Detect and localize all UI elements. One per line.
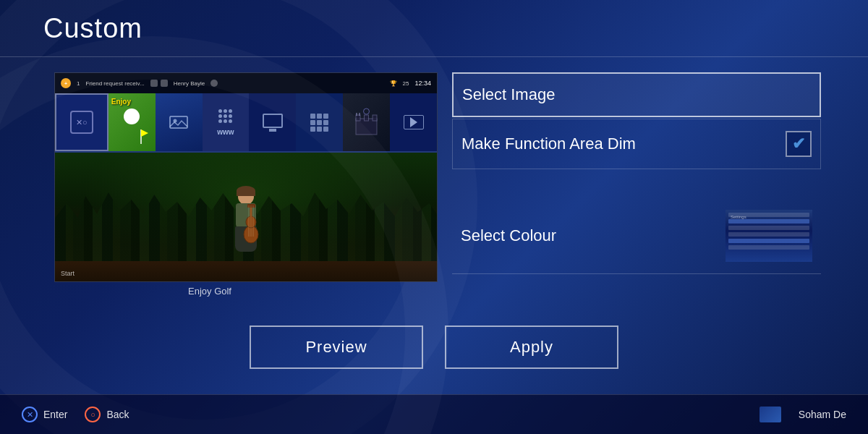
right-options-panel: Select Image Make Function Area Dim ✔ Se… <box>452 72 821 274</box>
preview-button[interactable]: Preview <box>250 326 423 369</box>
make-dim-row[interactable]: Make Function Area Dim ✔ <box>452 119 821 169</box>
select-image-label: Select Image <box>462 85 811 104</box>
ps-plus-icon: + <box>61 78 71 88</box>
play-icon <box>410 117 417 127</box>
ps4-game-gallery[interactable] <box>156 93 203 151</box>
circle-icon: ○ <box>85 407 101 422</box>
ps4-notification-count: 1 <box>77 80 80 87</box>
start-label: Start <box>61 270 75 277</box>
top-divider <box>0 56 868 57</box>
svg-marker-1 <box>141 129 148 137</box>
select-image-row[interactable]: Select Image <box>452 72 821 117</box>
enter-label: Enter <box>43 409 67 420</box>
ps4-game-golf[interactable]: Enjoy <box>109 93 156 151</box>
svg-point-10 <box>364 109 370 114</box>
checkbox-checkmark: ✔ <box>792 135 805 153</box>
ps4-topbar: + 1 Friend request receiv... Henry Bayle… <box>55 73 437 93</box>
ps4-xo-symbol: ✕○ <box>70 111 93 134</box>
cross-icon: ✕ <box>22 407 38 422</box>
ps4-trophy-count: 25 <box>403 80 409 87</box>
preview-panel: + 1 Friend request receiv... Henry Bayle… <box>54 72 438 282</box>
svg-rect-9 <box>359 113 360 116</box>
apps-grid-icon <box>310 114 328 132</box>
user-name: Soham De <box>799 409 846 420</box>
golf-enjoy-text: Enjoy <box>111 98 131 106</box>
ps4-controller-icon <box>150 80 158 87</box>
svg-rect-5 <box>356 115 360 121</box>
ground-area <box>55 261 437 282</box>
apply-button[interactable]: Apply <box>445 326 618 369</box>
make-dim-label: Make Function Area Dim <box>461 135 786 153</box>
monitor-stand <box>269 129 276 132</box>
circle-symbol: ○ <box>90 410 95 419</box>
ps4-refresh-icon <box>161 80 168 87</box>
golf-ball-icon <box>124 109 140 124</box>
thumb-line-5 <box>728 239 809 243</box>
monitor-icon <box>263 114 283 128</box>
select-colour-row[interactable]: Select Colour Settings <box>452 198 821 274</box>
bottom-buttons: Preview Apply <box>250 326 618 369</box>
ps4-notification-text: Friend request receiv... <box>85 80 144 87</box>
ps4-username: Henry Bayle <box>174 80 205 87</box>
guitar-icon <box>239 202 264 245</box>
back-label: Back <box>106 409 129 420</box>
colour-thumbnail: Settings <box>726 210 812 262</box>
thumb-line-6 <box>728 245 809 250</box>
ps4-game-tv[interactable] <box>249 93 296 151</box>
character-figure <box>217 189 275 268</box>
thumb-line-2 <box>728 219 809 224</box>
ps4-games-row: ✕○ Enjoy <box>55 93 437 153</box>
bottom-bar: ✕ Enter ○ Back Soham De <box>0 394 868 434</box>
ps4-home-icon[interactable]: ✕○ <box>55 93 109 151</box>
back-control: ○ Back <box>85 407 129 422</box>
make-dim-checkbox[interactable]: ✔ <box>786 131 812 157</box>
www-text: www <box>217 128 234 136</box>
gallery-icon <box>169 114 189 131</box>
ps4-avatar-small <box>210 80 218 87</box>
ps4-time: 12:34 <box>414 80 431 87</box>
thumb-line-4 <box>728 232 809 237</box>
svg-rect-7 <box>373 115 377 121</box>
ps4-game-castle[interactable] <box>343 93 390 151</box>
ps4-game-www[interactable]: www <box>203 93 250 151</box>
thumb-settings-text: Settings <box>731 215 746 219</box>
select-colour-label: Select Colour <box>461 226 726 245</box>
ps4-trophy-icon: 🏆 <box>390 80 397 87</box>
thumb-line-3 <box>728 226 809 230</box>
svg-rect-14 <box>247 204 255 208</box>
svg-rect-2 <box>170 116 187 128</box>
ps4-game-apps[interactable] <box>296 93 343 151</box>
colour-thumb-ui: Settings <box>728 213 809 259</box>
ps4-background-scene: Start <box>55 153 437 282</box>
enter-control: ✕ Enter <box>22 407 67 422</box>
enjoy-golf-label: Enjoy Golf <box>188 286 231 297</box>
www-dots <box>218 109 232 123</box>
ps4-icon-group <box>150 80 168 87</box>
video-frame-icon <box>404 115 424 129</box>
char-hair <box>237 186 255 196</box>
ps4-game-video[interactable] <box>390 93 437 151</box>
user-avatar-thumb <box>760 407 781 422</box>
cross-symbol: ✕ <box>27 410 33 420</box>
golf-flag-icon <box>138 128 150 145</box>
castle-icon <box>354 108 379 137</box>
svg-rect-6 <box>365 115 369 121</box>
page-title: Custom <box>43 13 142 44</box>
svg-rect-8 <box>356 113 357 116</box>
